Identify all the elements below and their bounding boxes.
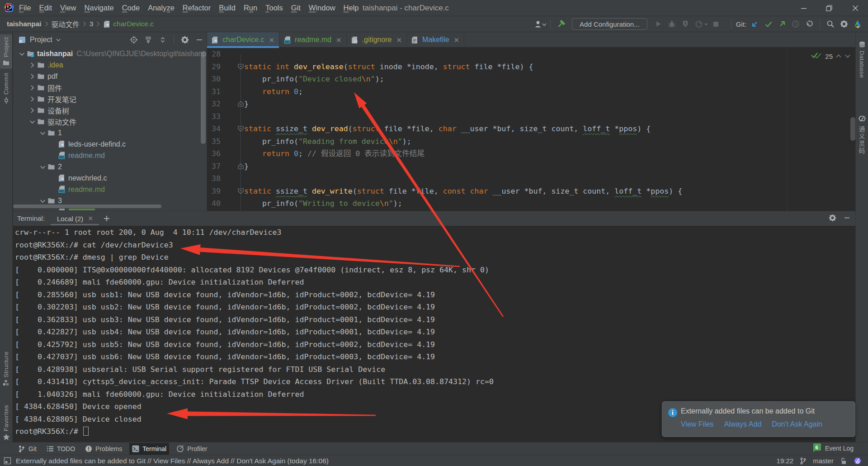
close-icon[interactable]: ✕: [396, 36, 402, 44]
menu-refactor[interactable]: Refactor: [179, 4, 215, 12]
project-horizontal-scrollbar[interactable]: [13, 204, 161, 208]
coverage-icon[interactable]: [679, 18, 692, 30]
tree-item-_[interactable]: 固件: [27, 82, 62, 93]
minimize-button[interactable]: [793, 0, 814, 16]
add-configuration-button[interactable]: Add Configuration...: [572, 18, 647, 30]
fold-end-icon[interactable]: [237, 100, 244, 107]
menu-run[interactable]: Run: [240, 4, 261, 12]
new-terminal-button[interactable]: [102, 214, 112, 223]
stripe-button-favorites[interactable]: Favorites: [0, 402, 12, 443]
tree-item-readme.md[interactable]: MDreadme.md: [48, 150, 105, 161]
chevron-down-icon[interactable]: [38, 162, 47, 172]
chevron-up-icon[interactable]: [835, 52, 842, 60]
chevron-right-icon[interactable]: [27, 60, 37, 70]
chevron-down-icon[interactable]: [38, 128, 47, 138]
chevron-down-icon[interactable]: [17, 49, 27, 59]
tree-item-taishanpai[interactable]: taishanpaiC:\Users\QINGJUE\Desktop\git\t…: [17, 48, 207, 59]
close-icon[interactable]: ✕: [88, 215, 93, 222]
event-log-widget[interactable]: 6 Event Log: [812, 442, 854, 455]
chevron-down-icon[interactable]: [27, 117, 37, 127]
chevron-down-icon[interactable]: [542, 20, 547, 28]
chevron-right-icon[interactable]: [27, 105, 37, 115]
tongyi-plugin-icon[interactable]: [854, 457, 862, 465]
fold-start-icon[interactable]: [237, 63, 244, 70]
chevron-down-icon[interactable]: [844, 52, 851, 60]
editor[interactable]: 2829static int dev_release(struct inode …: [207, 48, 855, 211]
tree-item-pdf[interactable]: pdf: [27, 71, 57, 82]
tree-item-_[interactable]: 驱动文件: [27, 116, 76, 127]
toolbox-icon[interactable]: [851, 18, 864, 30]
toolwindow-button-profiler[interactable]: Profiler: [174, 443, 210, 455]
terminal-tab-local[interactable]: Local (2) ✕: [51, 211, 93, 226]
chevron-down-icon[interactable]: [704, 20, 708, 28]
breadcrumb-item[interactable]: charDevice.c: [113, 20, 154, 28]
tree-item-readme.md[interactable]: MDreadme.md: [48, 184, 105, 195]
run-icon[interactable]: [651, 18, 665, 30]
chevron-right-icon[interactable]: [27, 83, 37, 93]
close-icon[interactable]: ✕: [454, 36, 460, 44]
menu-view[interactable]: View: [56, 4, 80, 12]
tree-item-_[interactable]: 开发笔记: [27, 93, 76, 105]
settings-icon[interactable]: [837, 18, 851, 30]
close-icon[interactable]: ✕: [269, 36, 274, 44]
git-branch-name[interactable]: master: [813, 457, 834, 465]
fold-start-icon[interactable]: [237, 188, 244, 195]
fold-end-icon[interactable]: [237, 163, 244, 170]
status-message[interactable]: Externally added files can be added to G…: [16, 457, 329, 465]
chevron-right-icon[interactable]: [27, 71, 37, 81]
notification-action-view-files[interactable]: View Files: [681, 420, 714, 428]
menu-git[interactable]: Git: [287, 4, 305, 12]
hide-panel-button[interactable]: [192, 33, 207, 46]
stripe-button-database[interactable]: Database: [856, 38, 868, 81]
git-update-icon[interactable]: [748, 18, 762, 30]
toolwindow-button-todo[interactable]: TODO: [44, 443, 78, 455]
tab-.gitignore[interactable]: .gitignore✕: [347, 32, 407, 48]
tree-item-1[interactable]: 1: [38, 127, 62, 138]
tool-window-toggle-icon[interactable]: [4, 457, 11, 465]
debug-icon[interactable]: [665, 18, 679, 30]
chevron-right-icon[interactable]: [27, 94, 37, 104]
search-icon[interactable]: [824, 18, 837, 30]
locate-button[interactable]: [127, 33, 141, 46]
unlock-icon[interactable]: [840, 457, 847, 465]
tree-item-_[interactable]: 设备树: [27, 105, 69, 116]
fold-start-icon[interactable]: [237, 125, 244, 132]
project-vertical-scrollbar[interactable]: [201, 51, 206, 144]
toolwindow-button-git[interactable]: Git: [15, 443, 39, 455]
git-commit-icon[interactable]: [762, 18, 775, 30]
tree-item-leds-user-defind.c[interactable]: leds-user-defind.c: [48, 138, 126, 150]
breadcrumb-item[interactable]: taishanpai: [7, 20, 42, 28]
build-hammer-icon[interactable]: [554, 18, 568, 30]
toolwindow-button-problems[interactable]: Problems: [82, 443, 125, 455]
chevron-down-icon[interactable]: [56, 38, 61, 42]
tab-Makefile[interactable]: Makefile✕: [407, 32, 464, 48]
terminal-settings-icon[interactable]: [829, 214, 836, 223]
menu-tools[interactable]: Tools: [261, 4, 287, 12]
menu-analyze[interactable]: Analyze: [144, 4, 179, 12]
menu-edit[interactable]: Edit: [35, 4, 56, 12]
terminal-hide-icon[interactable]: [843, 214, 851, 223]
stop-icon[interactable]: [709, 18, 723, 30]
rollback-icon[interactable]: [802, 18, 816, 30]
close-button[interactable]: [844, 0, 866, 16]
menu-file[interactable]: File: [15, 4, 35, 12]
tab-charDevice.c[interactable]: charDevice.c✕: [207, 32, 279, 48]
collapse-all-button[interactable]: [156, 33, 170, 46]
breadcrumb-item[interactable]: 3: [90, 20, 94, 28]
project-settings-button[interactable]: [178, 33, 192, 46]
expand-all-button[interactable]: [141, 33, 156, 46]
history-icon[interactable]: [789, 18, 802, 30]
stripe-button-tongyi[interactable]: 通义灵码: [856, 113, 868, 157]
inspection-widget[interactable]: 25: [811, 51, 851, 61]
close-icon[interactable]: ✕: [336, 36, 342, 44]
menu-navigate[interactable]: Navigate: [80, 4, 118, 12]
stripe-button-commit[interactable]: Commit: [0, 70, 12, 107]
tree-item-.idea[interactable]: .idea: [27, 59, 63, 71]
menu-build[interactable]: Build: [215, 4, 240, 12]
editor-scrollbar[interactable]: [850, 117, 855, 141]
toolwindow-button-terminal[interactable]: Terminal: [129, 443, 169, 455]
git-push-icon[interactable]: [775, 18, 789, 30]
tree-item-newchrled.c[interactable]: newchrled.c: [48, 172, 107, 184]
breadcrumb-item[interactable]: 驱动文件: [52, 19, 80, 29]
stripe-button-project[interactable]: Project: [0, 34, 12, 69]
